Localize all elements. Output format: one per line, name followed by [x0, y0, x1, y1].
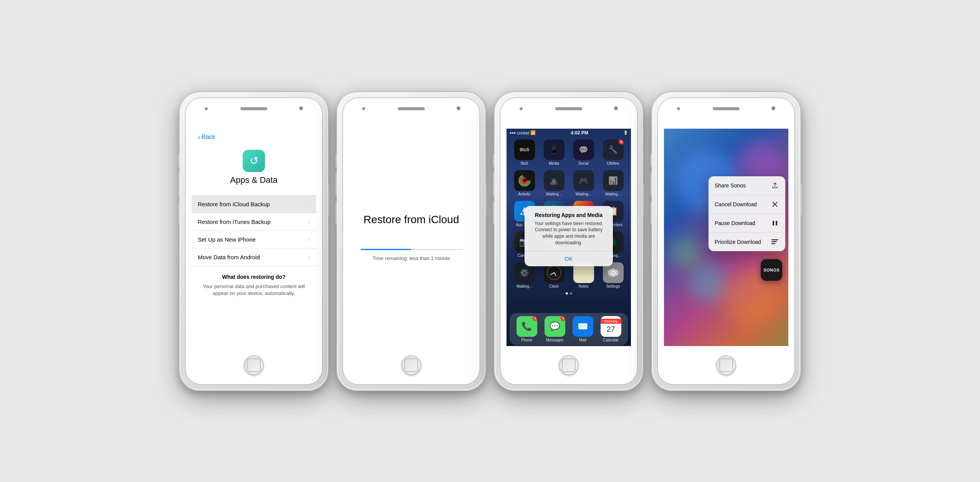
dock-phone[interactable]: 📞 1 Phone	[516, 316, 537, 342]
svg-rect-15	[771, 241, 777, 242]
bottom-bezel-4	[658, 346, 795, 384]
front-camera-4	[677, 107, 680, 110]
dock-calendar-icon: Thursday 27	[601, 316, 621, 337]
mute-button[interactable]	[178, 154, 180, 167]
setup-new-label: Set Up as New iPhone	[198, 236, 256, 243]
power-button-2[interactable]	[485, 184, 487, 215]
dock-phone-icon: 📞 1	[516, 316, 537, 337]
mute-button-4[interactable]	[651, 154, 652, 167]
volume-down-button-4[interactable]	[651, 202, 652, 225]
utilities-badge: 2	[619, 139, 624, 144]
volume-up-button-2[interactable]	[336, 173, 337, 196]
speaker-grille-4	[713, 107, 740, 110]
app-social-label: Social	[578, 161, 589, 166]
chevron-right-icon-3: ›	[308, 254, 310, 260]
alert-ok-button[interactable]: OK	[525, 251, 613, 266]
prioritize-icon	[771, 238, 779, 246]
home-button-inner-4	[719, 358, 733, 372]
volume-up-button-3[interactable]	[493, 173, 495, 196]
app-waiting-2-label: Waiting...	[576, 192, 591, 196]
progress-fill	[361, 249, 411, 250]
power-button-3[interactable]	[643, 184, 644, 215]
carrier-dots: ●●●	[510, 131, 516, 135]
speaker-grille-1	[240, 107, 267, 110]
back-button[interactable]: ‹ Back	[192, 129, 316, 144]
dock-mail-icon: ✉️	[573, 316, 593, 337]
camera-4	[771, 106, 775, 110]
mute-button-2[interactable]	[336, 154, 337, 167]
pause-download-label: Pause Download	[715, 220, 768, 226]
power-button[interactable]	[328, 184, 329, 215]
cancel-icon	[771, 200, 779, 209]
clock-face	[547, 265, 561, 280]
prioritize-download-item[interactable]: Prioritize Download	[709, 233, 785, 251]
status-right: 🔋	[623, 131, 628, 135]
app-activity[interactable]: Activity	[511, 170, 538, 196]
mute-button-3[interactable]	[493, 154, 495, 167]
cancel-download-item[interactable]: Cancel Download	[709, 195, 785, 214]
home-button-1[interactable]	[244, 355, 264, 375]
phones-container: ‹ Back ↺ Apps & Data Restore from iCloud…	[152, 76, 828, 406]
sonos-label: SONOS	[763, 268, 780, 272]
app-waiting-2[interactable]: 🎮 Waiting...	[570, 170, 597, 196]
app-grid-row1: 9to5 9to5 📱 Media	[507, 137, 631, 168]
top-bezel-4	[658, 98, 795, 129]
blob-green	[670, 237, 701, 268]
screen-4: Share Sonos Cancel Download	[664, 129, 788, 346]
app-social[interactable]: 💬 Social	[570, 139, 597, 166]
restore-alert: Restoring Apps and Media Your settings h…	[525, 206, 613, 266]
waiting-overlay-1	[544, 170, 564, 191]
iphone-1-inner: ‹ Back ↺ Apps & Data Restore from iCloud…	[185, 98, 323, 385]
volume-down-button[interactable]	[178, 202, 180, 225]
move-data-item[interactable]: Move Data from Android ›	[192, 248, 316, 266]
app-waiting-3[interactable]: 📊 Waiting...	[600, 170, 626, 196]
volume-down-button-2[interactable]	[336, 202, 337, 225]
app-media[interactable]: 📱 Media	[541, 139, 567, 166]
messages-badge: 1	[560, 316, 565, 321]
svg-point-2	[522, 178, 527, 183]
dock-calendar[interactable]: Thursday 27 Calendar	[601, 316, 621, 342]
info-text: Your personal data and purchased content…	[198, 283, 310, 297]
bottom-bezel-1	[185, 346, 322, 384]
power-button-4[interactable]	[800, 184, 802, 215]
restore-icloud-item[interactable]: Restore from iCloud Backup	[192, 195, 316, 213]
home-button-3[interactable]	[559, 355, 579, 375]
volume-down-button-3[interactable]	[493, 202, 495, 225]
app-grid-row2: Activity ⛰️ Waiting...	[507, 168, 631, 199]
app-9to5[interactable]: 9to5 9to5	[511, 139, 538, 166]
volume-up-button[interactable]	[178, 173, 180, 196]
dock-mail[interactable]: ✉️ Mail	[573, 316, 593, 342]
app-notes-label: Notes	[578, 284, 588, 288]
app-waiting-1-label: Waiting...	[546, 192, 562, 196]
dock-calendar-label: Calendar	[603, 338, 619, 342]
pause-download-item[interactable]: Pause Download	[709, 214, 785, 233]
status-left: ●●● cricket 📶	[510, 130, 536, 135]
svg-point-3	[520, 213, 523, 215]
app-media-icon: 📱	[544, 139, 564, 160]
home-button-4[interactable]	[716, 355, 736, 375]
restore-icloud-title: Restore from iCloud	[364, 214, 459, 226]
apps-data-icon: ↺	[243, 150, 265, 172]
setup-new-iphone-item[interactable]: Set Up as New iPhone ›	[192, 231, 316, 248]
camera-3	[614, 106, 618, 110]
dock-mail-label: Mail	[579, 338, 586, 342]
alert-message: Your settings have been restored. Connec…	[531, 220, 607, 246]
blob-teal	[689, 264, 727, 302]
restore-menu: Restore from iCloud Backup Restore from …	[192, 195, 316, 266]
share-sonos-item[interactable]: Share Sonos	[709, 176, 785, 195]
dock-phone-label: Phone	[521, 338, 532, 342]
dock-messages[interactable]: 💬 1 Messages	[545, 316, 565, 342]
app-utilities-label: Utilities	[607, 161, 619, 166]
info-section: What does restoring do? Your personal da…	[192, 266, 316, 301]
volume-up-button-4[interactable]	[651, 173, 652, 196]
app-waiting-1[interactable]: ⛰️ Waiting...	[541, 170, 567, 196]
app-utilities[interactable]: 🔧 2 Utilities	[600, 139, 626, 166]
restore-itunes-item[interactable]: Restore from iTunes Backup ›	[192, 213, 316, 231]
iphone-4-inner: Share Sonos Cancel Download	[657, 98, 795, 385]
restore-icloud-label: Restore from iCloud Backup	[198, 201, 270, 207]
home-button-2[interactable]	[401, 355, 421, 375]
share-sonos-label: Share Sonos	[715, 182, 768, 189]
app-waiting-3-icon: 📊	[603, 170, 624, 191]
battery-icon: 🔋	[623, 131, 628, 135]
top-bezel-2	[343, 98, 480, 129]
